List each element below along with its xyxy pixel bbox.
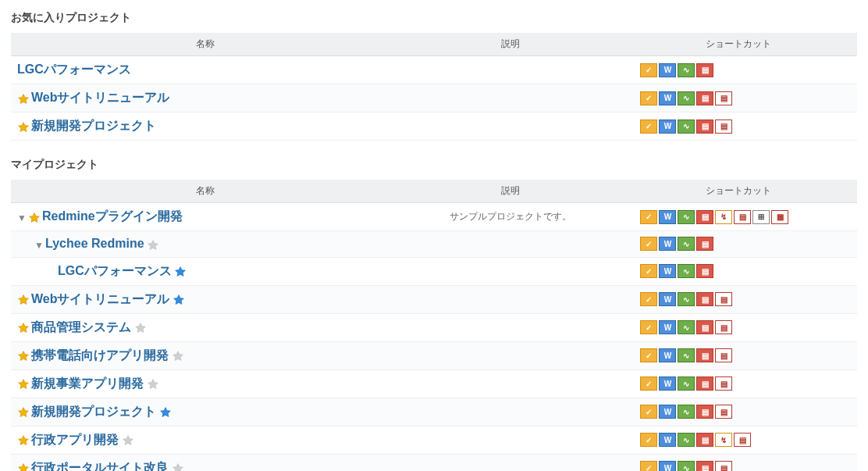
col-header-description[interactable]: 説明: [400, 33, 621, 56]
wiki-icon[interactable]: W: [659, 348, 676, 362]
issues-icon[interactable]: ✓: [640, 433, 657, 447]
favorite-star-icon[interactable]: [28, 212, 41, 224]
favorite-star-icon[interactable]: [147, 239, 159, 252]
wiki-icon[interactable]: W: [659, 120, 676, 134]
gantt2-icon[interactable]: ▤: [734, 210, 751, 224]
gantt-icon[interactable]: ▤: [696, 264, 713, 278]
project-link[interactable]: Lychee Redmine: [45, 237, 144, 250]
favorite-star-icon[interactable]: [17, 294, 30, 306]
favorite-star-icon[interactable]: [134, 322, 147, 334]
wiki-icon[interactable]: W: [659, 210, 676, 224]
activity-icon[interactable]: ∿: [678, 63, 695, 77]
activity-icon[interactable]: ∿: [678, 348, 695, 362]
favorite-star-icon[interactable]: [17, 462, 30, 471]
col-header-name[interactable]: 名称: [11, 180, 400, 203]
gantt-icon[interactable]: ▤: [696, 461, 713, 471]
gantt-icon[interactable]: ▤: [696, 63, 713, 77]
gantt-icon[interactable]: ▤: [696, 405, 713, 419]
wiki-icon[interactable]: W: [659, 320, 676, 334]
favorite-star-icon[interactable]: [173, 294, 185, 306]
gantt2-icon[interactable]: ▤: [715, 348, 732, 362]
wiki-icon[interactable]: W: [659, 63, 676, 77]
calendar-icon[interactable]: ⊞: [752, 210, 770, 224]
issues-icon[interactable]: ✓: [640, 461, 657, 471]
issues-icon[interactable]: ✓: [640, 405, 657, 419]
gantt2-icon[interactable]: ▤: [715, 320, 732, 334]
project-link[interactable]: 行政アプリ開発: [31, 433, 119, 446]
chart-icon[interactable]: ↯: [715, 433, 732, 447]
project-link[interactable]: Webサイトリニューアル: [31, 91, 169, 104]
gantt-icon[interactable]: ▤: [696, 210, 713, 224]
activity-icon[interactable]: ∿: [678, 461, 695, 471]
chart-icon[interactable]: ↯: [715, 210, 732, 224]
issues-icon[interactable]: ✓: [640, 120, 657, 134]
issues-icon[interactable]: ✓: [640, 63, 657, 77]
activity-icon[interactable]: ∿: [678, 264, 695, 278]
gantt-icon[interactable]: ▤: [696, 120, 713, 134]
favorite-star-icon[interactable]: [172, 462, 184, 471]
gantt2-icon[interactable]: ▤: [715, 376, 732, 391]
issues-icon[interactable]: ✓: [640, 292, 657, 306]
favorite-star-icon[interactable]: [17, 121, 30, 134]
wiki-icon[interactable]: W: [659, 237, 676, 251]
favorite-star-icon[interactable]: [159, 406, 172, 419]
gantt-icon[interactable]: ▤: [696, 376, 713, 391]
activity-icon[interactable]: ∿: [678, 292, 695, 306]
activity-icon[interactable]: ∿: [678, 320, 695, 334]
wiki-icon[interactable]: W: [659, 461, 676, 471]
gantt2-icon[interactable]: ▤: [715, 292, 732, 306]
favorite-star-icon[interactable]: [17, 322, 30, 334]
gantt2-icon[interactable]: ▤: [715, 120, 732, 134]
project-link[interactable]: 商品管理システム: [31, 320, 131, 334]
activity-icon[interactable]: ∿: [678, 120, 695, 134]
favorite-star-icon[interactable]: [122, 434, 134, 447]
gantt2-icon[interactable]: ▤: [734, 433, 751, 447]
project-link[interactable]: LGCパフォーマンス: [17, 62, 131, 76]
wiki-icon[interactable]: W: [659, 264, 676, 278]
project-link[interactable]: Redmineプラグイン開発: [42, 209, 183, 223]
project-link[interactable]: 携帯電話向けアプリ開発: [31, 348, 169, 362]
activity-icon[interactable]: ∿: [678, 433, 695, 447]
wiki-icon[interactable]: W: [659, 405, 676, 419]
project-link[interactable]: LGCパフォーマンス: [58, 264, 172, 277]
wiki-icon[interactable]: W: [659, 376, 676, 391]
wiki-icon[interactable]: W: [659, 292, 676, 306]
favorite-star-icon[interactable]: [17, 378, 30, 391]
favorite-star-icon[interactable]: [17, 406, 30, 419]
favorite-star-icon[interactable]: [17, 350, 30, 362]
kanban-icon[interactable]: ▦: [771, 210, 788, 224]
activity-icon[interactable]: ∿: [678, 237, 695, 251]
issues-icon[interactable]: ✓: [640, 237, 657, 251]
favorite-star-icon[interactable]: [17, 434, 30, 447]
issues-icon[interactable]: ✓: [640, 376, 657, 391]
wiki-icon[interactable]: W: [659, 433, 676, 447]
issues-icon[interactable]: ✓: [640, 91, 657, 105]
favorite-star-icon[interactable]: [174, 266, 187, 278]
gantt2-icon[interactable]: ▤: [715, 405, 732, 419]
activity-icon[interactable]: ∿: [678, 210, 695, 224]
expander-icon[interactable]: ▼: [17, 212, 27, 223]
wiki-icon[interactable]: W: [659, 91, 676, 105]
project-link[interactable]: 新規事業アプリ開発: [31, 376, 144, 390]
activity-icon[interactable]: ∿: [678, 91, 695, 105]
gantt2-icon[interactable]: ▤: [715, 461, 732, 471]
gantt-icon[interactable]: ▤: [696, 237, 713, 251]
gantt-icon[interactable]: ▤: [696, 348, 713, 362]
gantt-icon[interactable]: ▤: [696, 292, 713, 306]
gantt-icon[interactable]: ▤: [696, 91, 713, 105]
col-header-description[interactable]: 説明: [400, 180, 621, 203]
issues-icon[interactable]: ✓: [640, 264, 657, 278]
favorite-star-icon[interactable]: [172, 350, 184, 362]
favorite-star-icon[interactable]: [147, 378, 159, 391]
project-link[interactable]: 新規開発プロジェクト: [31, 405, 156, 418]
project-link[interactable]: Webサイトリニューアル: [31, 292, 169, 305]
project-link[interactable]: 行政ポータルサイト改良: [31, 461, 169, 471]
col-header-shortcut[interactable]: ショートカット: [620, 180, 857, 203]
project-link[interactable]: 新規開発プロジェクト: [31, 119, 156, 132]
gantt-icon[interactable]: ▤: [696, 320, 713, 334]
gantt2-icon[interactable]: ▤: [715, 91, 732, 105]
expander-icon[interactable]: ▼: [34, 240, 44, 251]
col-header-name[interactable]: 名称: [11, 33, 400, 56]
issues-icon[interactable]: ✓: [640, 320, 657, 334]
activity-icon[interactable]: ∿: [678, 376, 695, 391]
